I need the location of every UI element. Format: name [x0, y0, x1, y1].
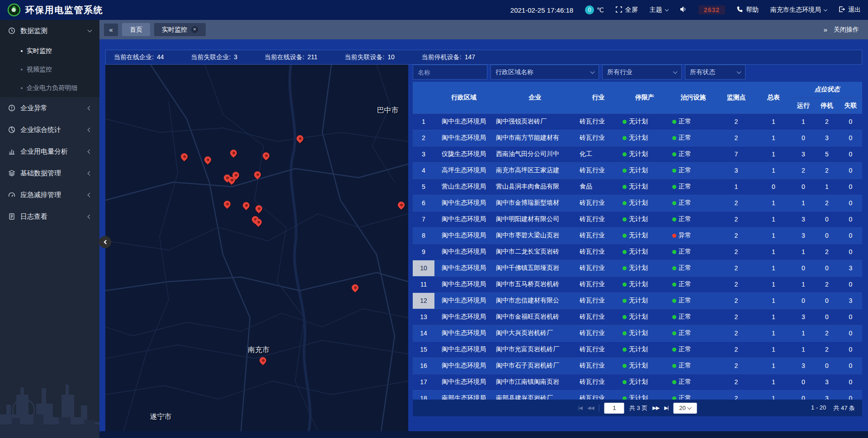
chevron-down-icon	[88, 28, 92, 33]
chevron-left-icon	[88, 171, 92, 175]
sidebar-section-4[interactable]: 基础数据管理	[0, 162, 99, 184]
logout-button[interactable]: 退出	[839, 6, 861, 14]
tabs-scroll-left-button[interactable]: «	[104, 24, 118, 36]
table-row[interactable]: 2阆中生态环境局阆中市南方节能建材有砖瓦行业无计划正常21030	[413, 130, 862, 146]
status-dot-icon	[623, 396, 627, 400]
cell-running: 1	[792, 113, 815, 130]
datetime: 2021-02-25 17:46:18	[510, 6, 573, 14]
sidebar-section-0[interactable]: 数据监测	[0, 20, 99, 42]
table-row[interactable]: 12阆中生态环境局阆中市忠信建材有限公砖瓦行业无计划正常21003	[413, 292, 862, 309]
cell-stopped: 0	[815, 358, 839, 374]
table-row[interactable]: 15阆中生态环境局阆中市光富页岩机砖厂砖瓦行业无计划正常21120	[413, 341, 862, 358]
cell-facility-status: 正常	[670, 341, 717, 358]
cell-company: 营山县润丰肉食品有限	[493, 179, 577, 195]
cell-disconnected: 0	[839, 211, 862, 227]
table-row[interactable]: 3仪陇生态环境局西南油气田分公司川中化工无计划正常71350	[413, 146, 862, 162]
status-dot-icon	[623, 266, 627, 270]
cell-disconnected: 0	[839, 195, 862, 211]
table-row[interactable]: 7阆中生态环境局阆中明阳建材有限公司砖瓦行业无计划正常21300	[413, 211, 862, 227]
cell-monitor-points: 2	[717, 309, 755, 325]
table-row[interactable]: 10阆中生态环境局阆中千佛镇五郎垭页岩砖瓦行业无计划正常21003	[413, 260, 862, 276]
col-stop: 停限产	[620, 82, 670, 113]
cell-total-meters: 1	[755, 162, 792, 179]
table-row[interactable]: 13阆中生态环境局阆中市金福旺页岩机砖砖瓦行业无计划正常21300	[413, 309, 862, 325]
tab-realtime-monitor[interactable]: 实时监控 ✕	[154, 23, 206, 36]
cell-region: 高坪生态环境局	[434, 162, 493, 179]
table-row[interactable]: 6阆中生态环境局阆中市金博瑞新型墙材砖瓦行业无计划正常21120	[413, 195, 862, 211]
cell-monitor-points: 1	[717, 179, 755, 195]
sidebar-item[interactable]: 视频监控	[0, 60, 99, 79]
cell-stopped: 3	[815, 390, 839, 400]
map-collapse-button[interactable]	[99, 236, 111, 248]
table-row[interactable]: 1阆中生态环境局阆中强锐页岩砖厂砖瓦行业无计划正常21120	[413, 113, 862, 130]
industry-filter-select[interactable]: 所有行业	[602, 65, 682, 80]
cell-monitor-points: 2	[717, 358, 755, 374]
next-page-button[interactable]: ▶▶	[652, 405, 659, 411]
city-label: 巴中市	[377, 106, 398, 115]
cell-industry: 砖瓦行业	[577, 130, 620, 146]
table-row[interactable]: 16阆中生态环境局阆中市石子页岩机砖厂砖瓦行业无计划正常21300	[413, 358, 862, 374]
cell-stopped: 3	[815, 130, 839, 146]
notification-count[interactable]: 2632	[698, 5, 725, 14]
table-row[interactable]: 5营山生态环境局营山县润丰肉食品有限食品无计划正常10010	[413, 179, 862, 195]
table-row[interactable]: 8阆中生态环境局阆中市枣碧大梁山页岩砖瓦行业无计划异常21300	[413, 227, 862, 244]
help-button[interactable]: 帮助	[737, 6, 759, 14]
sidebar-section-2[interactable]: 企业综合统计	[0, 119, 99, 141]
status-filter-select[interactable]: 所有状态	[685, 65, 745, 80]
table-row[interactable]: 11阆中生态环境局阆中市五马桥页岩机砖砖瓦行业无计划正常21120	[413, 276, 862, 292]
status-dot-icon	[623, 136, 627, 140]
status-dot-icon	[672, 380, 676, 384]
cell-running: 3	[792, 358, 815, 374]
close-operations-button[interactable]: 关闭操作	[834, 26, 859, 34]
cell-total-meters: 1	[755, 227, 792, 244]
sidebar-section-5[interactable]: 应急减排管理	[0, 184, 99, 206]
tab-home[interactable]: 首页	[122, 23, 150, 36]
table-row[interactable]: 14阆中生态环境局阆中大兴页岩机砖厂砖瓦行业无计划正常21120	[413, 325, 862, 341]
prev-page-button[interactable]: ◀◀	[587, 405, 594, 411]
table-row[interactable]: 18南部生态环境局南部县建兴页岩砖厂砖瓦行业无计划正常21030	[413, 390, 862, 400]
row-number: 15	[413, 341, 434, 358]
cell-company: 阆中市忠信建材有限公	[493, 292, 577, 309]
stat-item: 当前失联企业:3	[191, 53, 237, 61]
table-row[interactable]: 9阆中生态环境局阆中市二龙长宝页岩砖砖瓦行业无计划正常21120	[413, 244, 862, 260]
cell-running: 3	[792, 309, 815, 325]
announcement-button[interactable]	[680, 6, 687, 14]
name-filter-input[interactable]	[413, 65, 487, 80]
sidebar-item[interactable]: 企业电力负荷明细	[0, 79, 99, 97]
first-page-button[interactable]: |◀	[578, 405, 582, 411]
cell-industry: 砖瓦行业	[577, 292, 620, 309]
table-row[interactable]: 4高坪生态环境局南充市高坪区王家店建砖瓦行业无计划正常31220	[413, 162, 862, 179]
close-tab-icon[interactable]: ✕	[191, 26, 198, 33]
city-label: 南充市	[248, 345, 269, 354]
tabs-scroll-right-button[interactable]: »	[824, 26, 827, 33]
sidebar-item[interactable]: 实时监控	[0, 42, 99, 60]
chevron-down-icon	[673, 69, 678, 74]
cell-stop-status: 无计划	[620, 130, 670, 146]
chevron-down-icon	[590, 69, 595, 74]
map-roads	[105, 65, 408, 431]
cell-total-meters: 1	[755, 211, 792, 227]
cell-total-meters: 1	[755, 309, 792, 325]
theme-dropdown[interactable]: 主题	[650, 6, 668, 14]
region-filter-select[interactable]: 行政区域名称	[491, 65, 599, 80]
page-number-input[interactable]	[604, 403, 624, 414]
cell-region: 阆中生态环境局	[434, 244, 493, 260]
row-number: 2	[413, 130, 434, 146]
sidebar-section-3[interactable]: 企业用电量分析	[0, 141, 99, 162]
cell-region: 阆中生态环境局	[434, 358, 493, 374]
col-run: 运行	[792, 98, 815, 113]
cell-industry: 砖瓦行业	[577, 390, 620, 400]
cell-monitor-points: 2	[717, 195, 755, 211]
org-dropdown[interactable]: 南充市生态环境局	[770, 6, 827, 14]
cell-disconnected: 0	[839, 276, 862, 292]
page-size-select[interactable]: 20	[673, 403, 697, 414]
gauge-icon	[8, 191, 15, 198]
cell-running: 1	[792, 276, 815, 292]
cell-stop-status: 无计划	[620, 374, 670, 390]
sidebar-section-6[interactable]: 日志查看	[0, 206, 99, 227]
last-page-button[interactable]: ▶|	[664, 405, 668, 411]
sidebar-section-1[interactable]: 企业异常	[0, 97, 99, 119]
table-row[interactable]: 17阆中生态环境局阆中市江南镇阆南页岩砖瓦行业无计划正常21030	[413, 374, 862, 390]
fullscreen-button[interactable]: 全屏	[616, 6, 638, 14]
map-panel[interactable]: 巴中市南充市遂宁市	[105, 65, 408, 431]
